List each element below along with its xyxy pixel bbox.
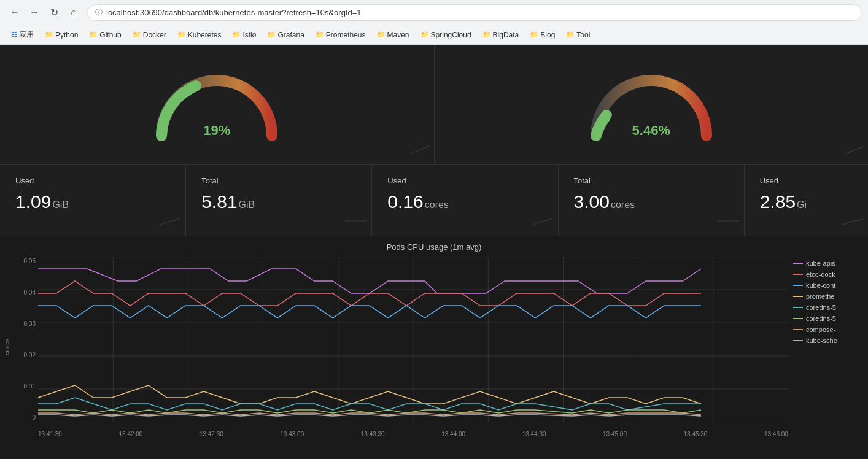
legend-item-etcd: etcd-dock bbox=[793, 271, 863, 278]
sparkline-mem-total bbox=[345, 215, 366, 231]
chart-legend: kube-apis etcd-dock kube-cont promethe c… bbox=[788, 256, 868, 438]
chart-y-label: cores bbox=[0, 256, 14, 438]
memory-gauge-value: 19% bbox=[203, 123, 230, 139]
forward-button[interactable]: → bbox=[26, 4, 43, 21]
stat-panel-disk-used: Used 2.85Gi bbox=[745, 165, 868, 236]
stat-panel-mem-used: Used 1.09GiB bbox=[0, 165, 186, 236]
x-tick-6: 13:44:30 bbox=[522, 431, 546, 438]
y-tick-1: 0.01 bbox=[14, 383, 38, 390]
y-tick-2: 0.02 bbox=[14, 352, 38, 358]
cpu-gauge-value: 5.46% bbox=[632, 123, 670, 139]
cpu-gauge-sparkline bbox=[845, 145, 863, 160]
legend-label-coredns2: coredns-5 bbox=[806, 315, 836, 322]
folder-icon-istio: 📁 bbox=[232, 31, 241, 39]
folder-icon-tool: 📁 bbox=[566, 31, 575, 39]
bookmark-apps[interactable]: ☷ 应用 bbox=[6, 28, 39, 42]
bookmark-springcloud-label: SpringCloud bbox=[431, 31, 471, 39]
stat-label-mem-used: Used bbox=[15, 176, 170, 185]
y-tick-0: 0 bbox=[14, 414, 38, 421]
stat-panel-cpu-total: Total 3.00cores bbox=[559, 165, 745, 236]
legend-label-etcd: etcd-dock bbox=[806, 271, 835, 278]
x-tick-9: 13:46:00 bbox=[764, 431, 788, 438]
cpu-gauge-container: 5.46% bbox=[584, 65, 719, 145]
home-button[interactable]: ⌂ bbox=[65, 4, 82, 21]
legend-item-kube-apis: kube-apis bbox=[793, 260, 863, 267]
bookmark-docker-label: Docker bbox=[143, 31, 166, 39]
folder-icon-bigdata: 📁 bbox=[482, 31, 491, 39]
stat-value-mem-used: 1.09GiB bbox=[15, 191, 170, 212]
legend-line-compose bbox=[793, 329, 803, 330]
sparkline-cpu-total bbox=[718, 215, 739, 231]
stat-value-disk-used: 2.85Gi bbox=[760, 191, 853, 212]
stat-label-disk-used: Used bbox=[760, 176, 853, 185]
stat-value-cpu-total: 3.00cores bbox=[574, 191, 729, 212]
bookmark-blog[interactable]: 📁 Blog bbox=[525, 29, 560, 41]
nav-buttons: ← → ↻ ⌂ bbox=[6, 4, 82, 21]
bookmark-prometheus[interactable]: 📁 Prometheus bbox=[311, 29, 371, 41]
reload-button[interactable]: ↻ bbox=[45, 4, 63, 21]
legend-item-coredns1: coredns-5 bbox=[793, 304, 863, 311]
bookmark-bigdata[interactable]: 📁 BigData bbox=[478, 29, 524, 41]
bookmark-docker[interactable]: 📁 Docker bbox=[128, 29, 171, 41]
folder-icon-grafana: 📁 bbox=[267, 31, 276, 39]
url-text: localhost:30690/dashboard/db/kubernetes-… bbox=[106, 8, 362, 17]
back-button[interactable]: ← bbox=[6, 4, 23, 21]
folder-icon-kuberetes: 📁 bbox=[177, 31, 186, 39]
x-tick-2: 13:42:30 bbox=[200, 431, 223, 438]
bookmark-kuberetes[interactable]: 📁 Kuberetes bbox=[172, 29, 227, 41]
dashboard: 19% bbox=[0, 45, 868, 445]
x-tick-0: 13:41:30 bbox=[38, 431, 62, 438]
memory-gauge-sparkline bbox=[411, 145, 429, 160]
y-axis-labels: 0.05 0.04 0.03 0.02 0.01 0 bbox=[14, 256, 38, 422]
bookmark-github[interactable]: 📁 Github bbox=[84, 29, 126, 41]
legend-label-kube-sche: kube-sche bbox=[806, 337, 837, 344]
stat-value-cpu-used: 0.16cores bbox=[387, 191, 542, 212]
bookmark-istio-label: Istio bbox=[242, 31, 256, 39]
bookmark-python[interactable]: 📁 Python bbox=[40, 29, 83, 41]
stat-label-mem-total: Total bbox=[201, 176, 356, 185]
chart-svg bbox=[38, 256, 788, 422]
legend-label-promethe: promethe bbox=[806, 293, 834, 300]
address-bar[interactable]: ⓘ localhost:30690/dashboard/db/kubernete… bbox=[87, 4, 862, 21]
legend-item-coredns2: coredns-5 bbox=[793, 315, 863, 322]
bookmark-apps-label: 应用 bbox=[19, 29, 34, 40]
x-tick-7: 13:45:00 bbox=[603, 431, 627, 438]
x-tick-5: 13:44:00 bbox=[441, 431, 465, 438]
bookmark-springcloud[interactable]: 📁 SpringCloud bbox=[416, 29, 476, 41]
y-tick-3: 0.03 bbox=[14, 320, 38, 327]
legend-label-kube-cont: kube-cont bbox=[806, 282, 835, 289]
chart-title: Pods CPU usage (1m avg) bbox=[0, 242, 868, 252]
x-axis-labels: 13:41:30 13:42:00 13:42:30 13:43:00 13:4… bbox=[38, 431, 788, 438]
folder-icon-maven: 📁 bbox=[377, 31, 386, 39]
folder-icon-github: 📁 bbox=[89, 31, 98, 39]
bookmark-tool[interactable]: 📁 Tool bbox=[561, 29, 595, 41]
chart-container: cores 0.05 0.04 0.03 0.02 0.01 0 bbox=[0, 256, 868, 438]
bookmark-maven[interactable]: 📁 Maven bbox=[372, 29, 414, 41]
bookmark-kuberetes-label: Kuberetes bbox=[188, 31, 222, 39]
gauge-row: 19% bbox=[0, 45, 868, 165]
y-tick-5: 0.05 bbox=[14, 258, 38, 264]
stat-label-cpu-used: Used bbox=[387, 176, 542, 185]
bookmark-grafana-label: Grafana bbox=[277, 31, 304, 39]
folder-icon-blog: 📁 bbox=[530, 31, 538, 39]
memory-gauge-panel: 19% bbox=[0, 45, 435, 164]
x-tick-4: 13:43:30 bbox=[361, 431, 385, 438]
bookmark-grafana[interactable]: 📁 Grafana bbox=[262, 29, 309, 41]
legend-line-kube-apis bbox=[793, 263, 803, 264]
sparkline-mem-used bbox=[159, 215, 180, 231]
legend-item-compose: compose- bbox=[793, 326, 863, 333]
legend-line-kube-sche bbox=[793, 340, 803, 341]
x-tick-1: 13:42:00 bbox=[118, 431, 142, 438]
folder-icon-docker: 📁 bbox=[133, 31, 141, 39]
bookmark-tool-label: Tool bbox=[576, 31, 590, 39]
bookmark-istio[interactable]: 📁 Istio bbox=[227, 29, 261, 41]
stat-unit-cpu-total: cores bbox=[611, 199, 635, 210]
bookmark-prometheus-label: Prometheus bbox=[326, 31, 366, 39]
sparkline-disk-used bbox=[842, 215, 863, 231]
chart-area: Pods CPU usage (1m avg) cores 0.05 0.04 … bbox=[0, 236, 868, 445]
legend-label-coredns1: coredns-5 bbox=[806, 304, 836, 311]
bookmarks-bar: ☷ 应用 📁 Python 📁 Github 📁 Docker 📁 Kubere… bbox=[0, 25, 868, 45]
y-tick-4: 0.04 bbox=[14, 289, 38, 296]
bookmark-bigdata-label: BigData bbox=[493, 31, 519, 39]
legend-label-kube-apis: kube-apis bbox=[806, 260, 835, 267]
